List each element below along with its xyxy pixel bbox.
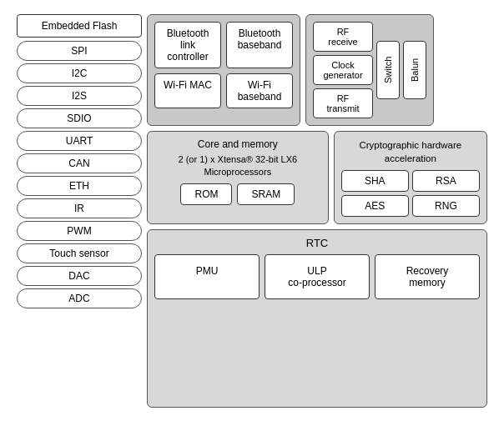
pill-i2c: I2C (17, 63, 142, 83)
crypto-title: Cryptographic hardware acceleration (341, 138, 480, 165)
diagram: Embedded Flash SPII2CI2SSDIOUARTCANETHIR… (10, 8, 494, 414)
pill-adc: ADC (17, 288, 142, 308)
embedded-flash-box: Embedded Flash (17, 14, 142, 38)
right-column: Bluetoothlinkcontroller Bluetoothbaseban… (147, 14, 487, 408)
pmu-item: PMU (154, 254, 260, 299)
pill-spi: SPI (17, 41, 142, 61)
rng-btn: RNG (412, 195, 480, 217)
pill-sdio: SDIO (17, 108, 142, 128)
rtc-box: RTC PMU ULPco-processor Recoverymemory (147, 229, 487, 408)
bt-baseband: Bluetoothbaseband (226, 22, 293, 68)
ulp-item: ULPco-processor (265, 254, 370, 299)
bt-link-controller: Bluetoothlinkcontroller (154, 22, 221, 68)
rf-box: RFreceive Clockgenerator RFtransmit Swit… (305, 14, 434, 126)
left-column: Embedded Flash SPII2CI2SSDIOUARTCANETHIR… (17, 14, 142, 408)
sram-chip: SRAM (237, 183, 295, 205)
core-chips: ROM SRAM (154, 183, 321, 205)
rtc-title: RTC (154, 237, 480, 249)
core-memory-box: Core and memory 2 (or 1) x Xtensa® 32-bi… (147, 131, 329, 224)
rf-main-column: RFreceive Clockgenerator RFtransmit (313, 22, 373, 118)
rom-chip: ROM (180, 183, 232, 205)
top-row: Bluetoothlinkcontroller Bluetoothbaseban… (147, 14, 487, 126)
embedded-flash-label: Embedded Flash (42, 20, 118, 32)
pill-touch-sensor: Touch sensor (17, 243, 142, 263)
mid-row: Core and memory 2 (or 1) x Xtensa® 32-bi… (147, 131, 487, 224)
pill-can: CAN (17, 153, 142, 173)
wireless-row1: Bluetoothlinkcontroller Bluetoothbaseban… (154, 22, 293, 68)
switch-item: Switch (376, 41, 400, 99)
wifi-mac: Wi-Fi MAC (154, 73, 221, 108)
wifi-baseband: Wi-Fibaseband (226, 73, 293, 108)
rf-receive: RFreceive (313, 22, 373, 52)
core-desc: 2 (or 1) x Xtensa® 32-bit LX6 Microproce… (154, 153, 321, 179)
rtc-items: PMU ULPco-processor Recoverymemory (154, 254, 480, 299)
pill-uart: UART (17, 131, 142, 151)
clock-generator: Clockgenerator (313, 55, 373, 85)
peripheral-list: SPII2CI2SSDIOUARTCANETHIRPWMTouch sensor… (17, 41, 142, 408)
pill-dac: DAC (17, 266, 142, 286)
sha-btn: SHA (341, 170, 409, 192)
pill-pwm: PWM (17, 221, 142, 241)
pill-eth: ETH (17, 176, 142, 196)
pill-i2s: I2S (17, 86, 142, 106)
rsa-btn: RSA (412, 170, 480, 192)
crypto-box: Cryptographic hardware acceleration SHA … (334, 131, 487, 224)
wireless-box: Bluetoothlinkcontroller Bluetoothbaseban… (147, 14, 300, 126)
wireless-row2: Wi-Fi MAC Wi-Fibaseband (154, 73, 293, 108)
balun-item: Balun (403, 41, 426, 99)
recovery-memory-item: Recoverymemory (375, 254, 480, 299)
pill-ir: IR (17, 198, 142, 218)
core-title: Core and memory (154, 138, 321, 150)
rf-transmit: RFtransmit (313, 88, 373, 118)
crypto-grid: SHA RSA AES RNG (341, 170, 480, 217)
aes-btn: AES (341, 195, 409, 217)
